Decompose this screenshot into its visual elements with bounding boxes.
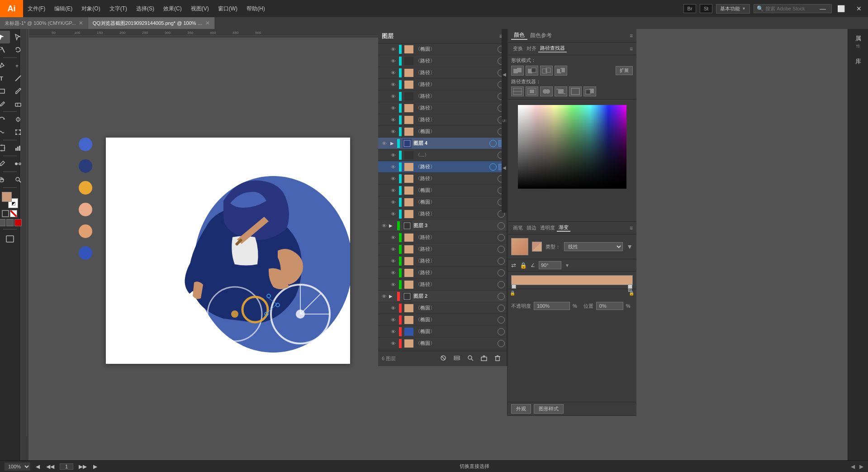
- menu-view[interactable]: 视图(V): [186, 0, 213, 17]
- layer-item[interactable]: 👁 〈椭圆〉: [378, 126, 507, 138]
- gradient-stop-right[interactable]: [628, 284, 632, 289]
- target-icon[interactable]: [498, 340, 505, 347]
- target-icon[interactable]: [498, 269, 505, 277]
- eye-icon[interactable]: 👁: [389, 245, 397, 253]
- angle-input[interactable]: [539, 261, 561, 269]
- default-colors-btn[interactable]: [12, 202, 15, 205]
- eye-icon[interactable]: 👁: [389, 186, 397, 195]
- line-tool[interactable]: [10, 72, 26, 85]
- gradient-small-swatch[interactable]: [532, 242, 542, 252]
- tab-color[interactable]: 颜色: [511, 31, 527, 40]
- maximize-button[interactable]: ⬜: [832, 0, 850, 17]
- tab-1-close[interactable]: ✕: [205, 20, 210, 26]
- make-clipping-btn[interactable]: [438, 353, 449, 364]
- layer-item[interactable]: 👁 〈路径〉: [378, 267, 507, 279]
- close-button[interactable]: ✕: [850, 0, 868, 17]
- intersect-btn[interactable]: [540, 66, 553, 76]
- tab-0[interactable]: 未标题-1* @ 100% (CMYK/GP... ✕: [0, 17, 88, 29]
- nav-first-btn[interactable]: ◀◀: [45, 463, 55, 470]
- layer-item[interactable]: 👁 〈路径〉: [378, 243, 507, 255]
- fg-color-swatch[interactable]: [2, 192, 12, 202]
- status-arrows-right[interactable]: ▶: [859, 463, 863, 470]
- tab-pathfinder[interactable]: 路径查找器: [538, 45, 567, 52]
- pf-merge-btn[interactable]: [540, 86, 553, 96]
- layer-item[interactable]: 👁 〈路径〉: [378, 79, 507, 91]
- eye-icon[interactable]: 👁: [389, 175, 397, 183]
- layer-item[interactable]: 👁 〈...〉: [378, 149, 507, 161]
- eye-icon[interactable]: 👁: [389, 198, 397, 206]
- free-transform-tool[interactable]: [10, 126, 26, 138]
- menu-select[interactable]: 选择(S): [132, 0, 159, 17]
- layer-item[interactable]: 👁 〈路径〉: [378, 279, 507, 291]
- lock-aspect-btn[interactable]: 🔒: [520, 262, 527, 269]
- pf-minus-back-btn[interactable]: [583, 86, 596, 96]
- layer-item[interactable]: 👁 〈椭圆〉: [378, 185, 507, 196]
- target-icon[interactable]: [489, 140, 497, 147]
- type-tool[interactable]: T: [0, 72, 10, 85]
- artboard-tool[interactable]: [0, 142, 10, 154]
- target-icon[interactable]: [489, 163, 497, 171]
- zoom-select[interactable]: 100% 50% 200%: [5, 462, 30, 471]
- menu-file[interactable]: 文件(F): [23, 0, 50, 17]
- appearance-btn[interactable]: 外观: [511, 404, 531, 414]
- tab-opacity[interactable]: 透明度: [538, 224, 557, 231]
- layer-item[interactable]: 👁 〈路径〉: [378, 102, 507, 114]
- tab-0-close[interactable]: ✕: [79, 20, 83, 26]
- gradient-stop-left[interactable]: [512, 284, 516, 289]
- eye-icon[interactable]: 👁: [389, 163, 397, 171]
- properties-panel-btn[interactable]: 属 性: [846, 33, 868, 51]
- workspace-selector[interactable]: 基本功能 ▼: [716, 4, 750, 14]
- angle-dropdown[interactable]: ▼: [565, 263, 569, 268]
- eye-icon[interactable]: 👁: [389, 151, 397, 159]
- transform-panel-menu[interactable]: ≡: [630, 46, 633, 52]
- panel-collapse-left[interactable]: ◀: [502, 29, 507, 119]
- lasso-tool[interactable]: [10, 43, 26, 56]
- eyedropper-tool[interactable]: [0, 157, 10, 170]
- layer-item[interactable]: 👁 〈路径〉: [378, 91, 507, 102]
- zoom-tool[interactable]: [10, 173, 26, 186]
- column-chart-tool[interactable]: [10, 142, 26, 154]
- location-value-input[interactable]: [596, 302, 623, 310]
- add-layer-btn[interactable]: [479, 353, 489, 364]
- magic-wand-tool[interactable]: [0, 43, 10, 56]
- layer-item[interactable]: 👁 〈路径〉: [378, 173, 507, 185]
- target-icon[interactable]: [498, 234, 505, 241]
- blend-tool[interactable]: [10, 157, 26, 170]
- rect-tool[interactable]: [0, 85, 10, 97]
- tab-gradient[interactable]: 渐变: [557, 224, 570, 232]
- mode-btn-1[interactable]: [0, 219, 5, 226]
- color-panel-menu[interactable]: ≡: [630, 33, 633, 39]
- eye-icon[interactable]: 👁: [389, 269, 397, 277]
- layer-item[interactable]: 👁 〈椭圆〉: [378, 302, 507, 314]
- nav-prev-btn[interactable]: ◀: [35, 463, 41, 470]
- stock-btn[interactable]: St: [700, 4, 712, 13]
- eye-icon[interactable]: 👁: [389, 328, 397, 336]
- add-anchor-tool[interactable]: +: [10, 59, 26, 72]
- delete-layer-btn[interactable]: [492, 353, 503, 364]
- eraser-tool[interactable]: [10, 97, 26, 110]
- eye-icon[interactable]: 👁: [389, 304, 397, 312]
- panel-collapse-left-2[interactable]: ◀: [502, 122, 507, 213]
- direct-select-tool[interactable]: [10, 31, 26, 43]
- pen-tool[interactable]: [0, 59, 10, 72]
- page-number-input[interactable]: [60, 463, 73, 470]
- minimize-button[interactable]: —: [814, 0, 832, 17]
- mode-btn-3[interactable]: [14, 219, 22, 226]
- layer-item[interactable]: 👁 〈路径〉: [378, 67, 507, 79]
- menu-object[interactable]: 对象(O): [77, 0, 104, 17]
- graph-style-btn[interactable]: 图形样式: [534, 404, 564, 414]
- nav-last-btn[interactable]: ▶▶: [78, 463, 88, 470]
- eye-icon[interactable]: 👁: [389, 45, 397, 53]
- expand-icon-3[interactable]: ▶: [389, 223, 395, 228]
- gradient-preview-swatch[interactable]: [511, 238, 528, 255]
- exclude-btn[interactable]: [555, 66, 567, 76]
- eye-icon[interactable]: 👁: [389, 234, 397, 242]
- tab-stroke[interactable]: 描边: [525, 224, 538, 231]
- layer-item[interactable]: 👁 〈路径〉: [378, 114, 507, 126]
- layer-item[interactable]: 👁 〈路径〉: [378, 255, 507, 267]
- target-icon[interactable]: [498, 293, 505, 300]
- pf-outline-btn[interactable]: [569, 86, 582, 96]
- opacity-value-input[interactable]: [534, 302, 570, 310]
- tab-1[interactable]: QQ浏览器截图20190929144005.png* @ 100% (RGB/预…: [88, 17, 215, 29]
- menu-window[interactable]: 窗口(W): [213, 0, 242, 17]
